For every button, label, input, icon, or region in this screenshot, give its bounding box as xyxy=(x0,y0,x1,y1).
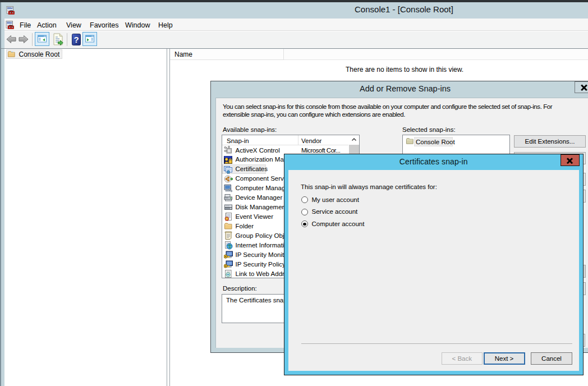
svg-text:?: ? xyxy=(74,35,79,44)
